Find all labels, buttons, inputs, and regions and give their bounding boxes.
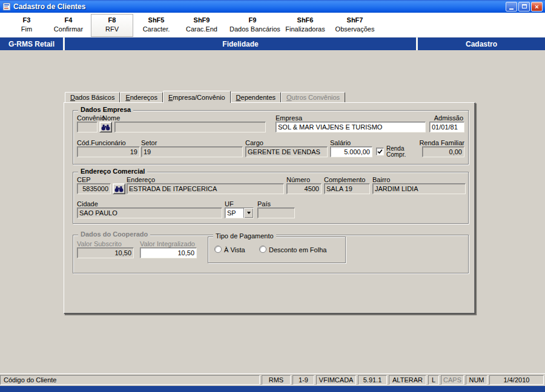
tab-panel-empresa-convenio: Dados Empresa Convênio Nome Empresa Admi… [64,102,475,314]
toolbar-button-f4[interactable]: F4 Confirmar [47,14,90,37]
minimize-icon [509,8,514,10]
status-rms: RMS [262,375,291,385]
cargo-label: Cargo [245,139,263,146]
toolbar-button-shf9[interactable]: ShF9 Carac.End [179,14,224,37]
renda-compr-label: Renda Compr. [386,146,406,158]
window-title: Cadastro de Clientes [13,2,503,11]
setor-label: Setor [141,139,157,146]
endereco-label: Endereço [127,176,155,183]
renda-compr-checkbox[interactable] [376,148,384,155]
uf-dropdown-button[interactable] [243,208,253,218]
group-title: Dados Empresa [78,106,133,113]
cep-label: CEP [77,176,91,183]
client-form-dialog: Dados Básicos Endereços Empresa/Convênio… [64,90,475,314]
avista-label: À Vista [224,246,245,253]
status-program: VFIMCADA [316,375,356,385]
status-range: 1-9 [292,375,314,385]
numero-field [286,183,322,194]
renda-familiar-field [422,146,464,157]
toolbar-button-f3[interactable]: F3 Fim [7,14,46,37]
titlebar: Cadastro de Clientes × [0,0,545,13]
tab-strip: Dados Básicos Endereços Empresa/Convênio… [65,90,475,102]
complemento-field [324,183,370,194]
desconto-folha-label: Desconto em Folha [269,246,326,253]
pais-field [257,207,295,218]
toolbar-button-shf5[interactable]: ShF5 Caracter. [134,14,178,37]
uf-combobox[interactable]: SP [225,207,254,218]
status-date: 1/4/2010 [489,375,544,385]
status-version: 5.91.1 [358,375,387,385]
group-dados-empresa: Dados Empresa Convênio Nome Empresa Admi… [73,110,469,165]
app-window: Cadastro de Clientes × F3 Fim F4 Confirm… [0,0,545,392]
group-endereco-comercial: Endereço Comercial CEP Endereço Número C… [73,172,469,224]
restore-button[interactable] [518,2,530,11]
convenio-label: Convênio [77,114,105,122]
header-module-title: Fidelidade [65,38,416,50]
cod-funcionario-field [77,146,140,157]
cidade-label: Cidade [77,200,98,207]
header-app-name: G-RMS Retail [0,38,63,50]
salario-field[interactable] [330,146,372,157]
tab-enderecos[interactable]: Endereços [120,92,163,102]
empresa-label: Empresa [276,114,302,122]
admissao-field[interactable] [429,122,464,132]
header-section-title: Cadastro [418,38,545,50]
restore-icon [522,4,527,8]
cidade-field [77,207,222,218]
group-title: Tipo de Pagamento [213,232,276,240]
salario-label: Salário [330,139,351,146]
group-title: Endereço Comercial [78,168,147,175]
main-area: Dados Básicos Endereços Empresa/Convênio… [0,50,545,373]
bairro-label: Bairro [372,176,390,183]
valor-integralizado-field[interactable] [140,247,197,258]
tab-dados-basicos[interactable]: Dados Básicos [65,92,120,102]
check-icon [377,149,383,154]
pais-label: País [257,200,271,207]
empresa-field[interactable] [276,122,426,132]
toolbar-button-shf6[interactable]: ShF6 Finalizadoras [281,14,329,37]
function-toolbar: F3 Fim F4 Confirmar F8 RFV ShF5 Caracter… [0,13,545,38]
cep-field [77,183,111,194]
minimize-button[interactable] [506,2,517,11]
status-hint: Código do Cliente [0,375,260,385]
toolbar-button-f9[interactable]: F9 Dados Bancários [225,14,280,37]
group-title: Dados do Cooperado [78,230,150,238]
tab-empresa-convenio[interactable]: Empresa/Convênio [163,91,231,103]
avista-radio [214,246,222,253]
uf-value: SP [225,208,243,218]
endereco-field [127,183,284,194]
header-bar: G-RMS Retail Fidelidade Cadastro [0,38,545,50]
close-icon: × [535,3,538,10]
status-caps: CAPS [441,375,464,385]
convenio-search-button[interactable] [99,122,112,132]
cep-search-button[interactable] [113,183,125,194]
status-l: L [428,375,439,385]
nome-label: Nome [102,114,120,122]
complemento-label: Complemento [324,176,365,183]
bairro-field [372,183,466,194]
cargo-field [245,146,328,157]
toolbar-button-f8[interactable]: F8 RFV [91,14,133,37]
app-icon [2,2,11,11]
tab-dependentes[interactable]: Dependentes [231,92,281,102]
toolbar-button-shf7[interactable]: ShF7 Observações [331,14,379,37]
desconto-folha-radio [259,246,266,253]
setor-field [141,146,243,157]
close-button[interactable]: × [531,2,543,11]
uf-label: UF [225,200,234,207]
group-dados-cooperado: Dados do Cooperado Valor Subscrito Valor… [73,235,469,273]
status-mode: ALTERAR [389,375,426,385]
cod-funcionario-label: Cód.Funcionário [77,139,126,146]
group-tipo-pagamento: Tipo de Pagamento À Vista Desconto em Fo… [208,237,346,263]
tab-outros-convenios: Outros Convênios [281,92,345,102]
bottom-strip [0,386,545,392]
valor-subscrito-label: Valor Subscrito [77,240,122,247]
numero-label: Número [286,176,310,183]
valor-subscrito-field [77,247,134,258]
chevron-down-icon [247,212,251,214]
binoculars-icon [101,124,110,131]
nome-field [114,122,266,132]
status-num: NUM [466,375,487,385]
valor-integralizado-label: Valor Integralizado [140,240,195,247]
status-bar: Código do Cliente RMS 1-9 VFIMCADA 5.91.… [0,373,545,386]
